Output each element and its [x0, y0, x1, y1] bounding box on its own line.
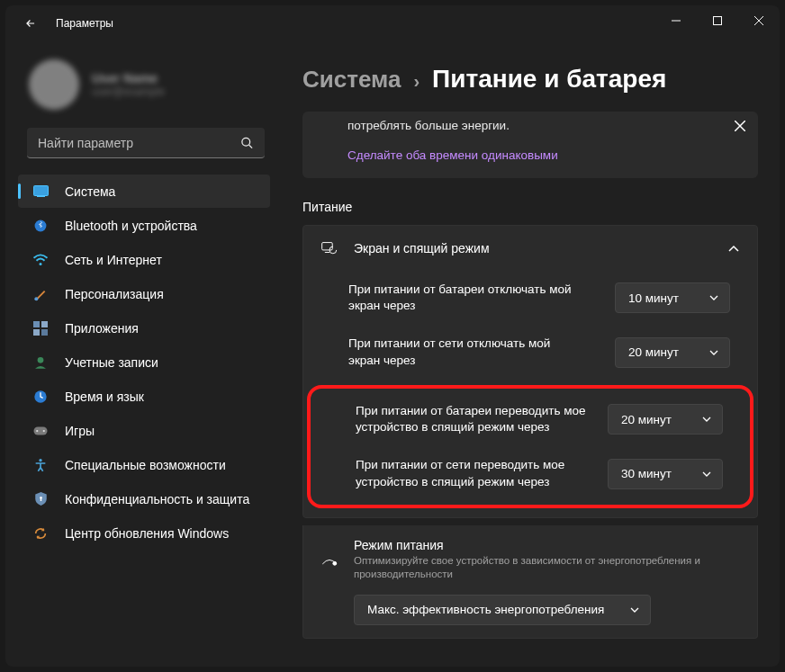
svg-point-15	[38, 357, 44, 363]
sidebar-item-accounts[interactable]: Учетные записи	[18, 345, 270, 379]
setting-sleep-plugged: При питании от сети переводить мое устро…	[311, 446, 750, 500]
screen-sleep-icon	[321, 240, 338, 256]
select-value: 20 минут	[628, 345, 679, 359]
svg-rect-11	[33, 321, 40, 327]
svg-rect-12	[41, 321, 48, 327]
screen-off-battery-select[interactable]: 10 минут	[615, 282, 730, 313]
sidebar-item-system[interactable]: Система	[18, 175, 270, 208]
setting-screen-off-battery: При питании от батареи отключать мой экр…	[303, 271, 757, 325]
breadcrumb-parent[interactable]: Система	[302, 66, 401, 94]
sidebar: User Name user@example Система	[5, 41, 284, 667]
svg-rect-7	[37, 196, 45, 197]
sidebar-item-label: Специальные возможности	[65, 458, 226, 472]
minimize-button[interactable]	[655, 5, 697, 36]
sidebar-item-network[interactable]: Сеть и Интернет	[18, 243, 270, 276]
screen-sleep-header[interactable]: Экран и спящий режим	[303, 226, 757, 271]
sidebar-item-label: Центр обновления Windows	[65, 526, 229, 541]
bluetooth-icon	[32, 218, 49, 234]
sidebar-item-bluetooth[interactable]: Bluetooth и устройства	[18, 209, 270, 242]
sidebar-item-apps[interactable]: Приложения	[18, 311, 270, 345]
search-box[interactable]	[27, 128, 265, 158]
svg-rect-13	[33, 329, 40, 336]
power-mode-select[interactable]: Макс. эффективность энергопотребления	[354, 595, 651, 625]
shield-icon	[32, 491, 49, 507]
svg-rect-6	[33, 186, 48, 196]
sidebar-item-time[interactable]: Время и язык	[18, 380, 270, 413]
power-mode-icon	[321, 554, 338, 570]
sidebar-item-update[interactable]: Центр обновления Windows	[18, 516, 270, 550]
svg-rect-1	[714, 17, 722, 25]
sidebar-item-label: Система	[65, 184, 115, 199]
brush-icon	[32, 286, 49, 302]
section-title: Питание	[302, 200, 758, 214]
close-icon[interactable]	[735, 121, 745, 131]
maximize-button[interactable]	[697, 5, 738, 36]
setting-label: При питании от батареи переводить мое ус…	[356, 403, 590, 435]
svg-point-18	[36, 429, 38, 431]
close-button[interactable]	[738, 5, 780, 36]
select-value: 10 минут	[628, 291, 679, 305]
chevron-up-icon	[728, 245, 739, 252]
main-content: Система › Питание и батарея потреблять б…	[284, 41, 780, 667]
screen-sleep-card: Экран и спящий режим При питании от бата…	[302, 225, 758, 518]
back-button[interactable]	[22, 14, 40, 32]
profile-email: user@example	[92, 85, 165, 98]
titlebar: Параметры	[5, 5, 780, 41]
svg-line-5	[249, 145, 252, 148]
person-icon	[32, 354, 49, 371]
svg-point-20	[39, 459, 41, 461]
avatar	[29, 59, 79, 110]
screen-off-plugged-select[interactable]: 20 минут	[615, 337, 730, 368]
sidebar-item-gaming[interactable]: Игры	[18, 414, 270, 447]
sync-icon	[32, 525, 49, 542]
tip-link[interactable]: Сделайте оба времени одинаковыми	[347, 148, 742, 162]
svg-point-27	[333, 561, 337, 565]
sidebar-item-label: Учетные записи	[65, 355, 158, 370]
chevron-down-icon	[709, 295, 718, 300]
sidebar-item-label: Сеть и Интернет	[65, 253, 162, 267]
sidebar-item-label: Конфиденциальность и защита	[65, 492, 249, 506]
sidebar-item-privacy[interactable]: Конфиденциальность и защита	[18, 482, 270, 515]
svg-rect-22	[40, 498, 41, 501]
profile-name: User Name	[92, 71, 165, 85]
globe-clock-icon	[32, 389, 49, 405]
select-value: Макс. эффективность энергопотребления	[367, 603, 604, 616]
select-value: 20 минут	[621, 413, 672, 426]
chevron-down-icon	[702, 471, 711, 477]
setting-screen-off-plugged: При питании от сети отключать мой экран …	[303, 325, 757, 379]
sidebar-item-label: Персонализация	[65, 287, 164, 301]
accessibility-icon	[32, 457, 49, 473]
sidebar-item-accessibility[interactable]: Специальные возможности	[18, 448, 270, 481]
gamepad-icon	[32, 423, 49, 439]
sidebar-nav: Система Bluetooth и устройства Сеть и Ин…	[5, 175, 277, 550]
chevron-down-icon	[630, 607, 639, 613]
window-controls	[655, 5, 780, 36]
sidebar-item-label: Приложения	[65, 321, 139, 336]
power-mode-desc: Оптимизируйте свое устройство в зависимо…	[354, 554, 739, 582]
sleep-plugged-select[interactable]: 30 минут	[608, 459, 723, 489]
sidebar-item-label: Время и язык	[65, 390, 144, 404]
svg-point-19	[43, 429, 45, 431]
window-title: Параметры	[56, 17, 113, 30]
highlight-annotation: При питании от батареи переводить мое ус…	[307, 385, 753, 508]
svg-rect-14	[41, 329, 48, 336]
svg-point-9	[40, 263, 42, 265]
setting-sleep-battery: При питании от батареи переводить мое ус…	[311, 392, 750, 446]
sidebar-item-label: Bluetooth и устройства	[65, 219, 197, 233]
svg-rect-17	[34, 426, 48, 435]
tip-banner: потреблять больше энергии. Сделайте оба …	[302, 112, 758, 178]
sidebar-item-personalization[interactable]: Персонализация	[18, 277, 270, 310]
apps-icon	[32, 320, 49, 336]
search-icon	[240, 137, 254, 150]
chevron-down-icon	[702, 417, 711, 422]
breadcrumb: Система › Питание и батарея	[302, 65, 758, 94]
svg-rect-25	[322, 243, 333, 250]
setting-label: При питании от сети переводить мое устро…	[356, 457, 590, 489]
wifi-icon	[32, 252, 49, 268]
svg-point-4	[242, 138, 250, 146]
display-icon	[32, 184, 49, 200]
power-mode-card[interactable]: Режим питания Оптимизируйте свое устройс…	[302, 525, 758, 639]
profile[interactable]: User Name user@example	[5, 41, 277, 128]
search-input[interactable]	[27, 128, 265, 158]
sleep-battery-select[interactable]: 20 минут	[608, 404, 723, 435]
